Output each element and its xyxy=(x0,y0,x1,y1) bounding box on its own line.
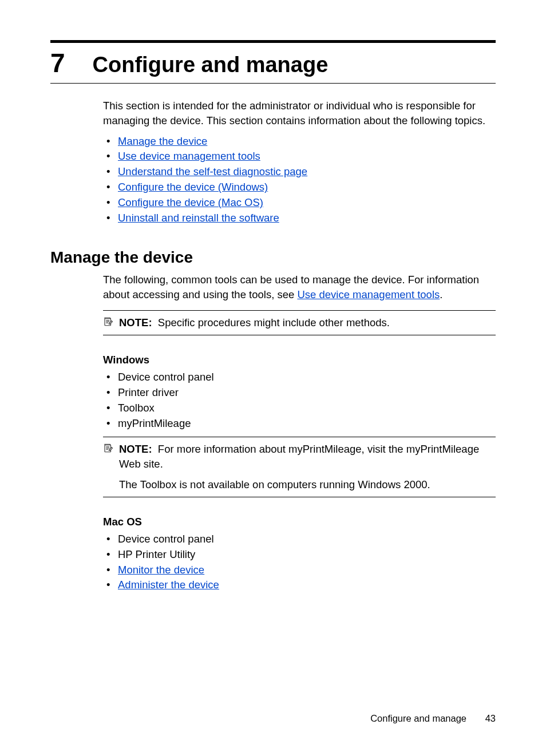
windows-subheading: Windows xyxy=(103,354,496,366)
note-icon xyxy=(103,316,116,329)
body-link-management-tools[interactable]: Use device management tools xyxy=(297,288,440,300)
list-item: Toolbox xyxy=(103,401,496,416)
section-body: The following, common tools can be used … xyxy=(103,272,496,302)
link-administer-device[interactable]: Administer the device xyxy=(118,579,219,591)
toc-link-self-test[interactable]: Understand the self-test diagnostic page xyxy=(118,165,307,177)
macos-list: Device control panel HP Printer Utility … xyxy=(103,532,496,593)
toc-link-management-tools[interactable]: Use device management tools xyxy=(118,150,260,162)
toc-list: Manage the device Use device management … xyxy=(103,134,496,226)
list-item: Printer driver xyxy=(103,385,496,401)
page-footer: Configure and manage 43 xyxy=(370,713,496,724)
note-extra-text: The Toolbox is not available on computer… xyxy=(119,477,496,492)
section-heading-manage: Manage the device xyxy=(50,248,496,267)
footer-title: Configure and manage xyxy=(370,713,466,723)
note-box-2: NOTE: For more information about myPrint… xyxy=(103,437,496,497)
note-box-1: NOTE: Specific procedures might include … xyxy=(103,310,496,335)
note-label: NOTE: xyxy=(119,443,152,455)
body-suffix: . xyxy=(440,288,442,300)
windows-list: Device control panel Printer driver Tool… xyxy=(103,370,496,431)
list-item: myPrintMileage xyxy=(103,416,496,432)
note-icon xyxy=(103,443,116,456)
chapter-header: 7 Configure and manage xyxy=(50,40,496,84)
chapter-number: 7 xyxy=(50,50,65,76)
toc-link-configure-windows[interactable]: Configure the device (Windows) xyxy=(118,181,268,193)
toc-link-configure-macos[interactable]: Configure the device (Mac OS) xyxy=(118,196,263,208)
intro-paragraph: This section is intended for the adminis… xyxy=(103,98,496,128)
note-text: For more information about myPrintMileag… xyxy=(119,443,479,470)
note-label: NOTE: xyxy=(119,316,152,328)
macos-subheading: Mac OS xyxy=(103,516,496,528)
list-item: Device control panel xyxy=(103,532,496,547)
chapter-title: Configure and manage xyxy=(93,53,329,77)
toc-link-manage[interactable]: Manage the device xyxy=(118,135,207,147)
list-item: HP Printer Utility xyxy=(103,547,496,563)
link-monitor-device[interactable]: Monitor the device xyxy=(118,564,204,576)
list-item: Device control panel xyxy=(103,370,496,385)
footer-page-number: 43 xyxy=(485,713,496,723)
toc-link-uninstall[interactable]: Uninstall and reinstall the software xyxy=(118,212,279,224)
note-text: Specific procedures might include other … xyxy=(158,316,390,328)
